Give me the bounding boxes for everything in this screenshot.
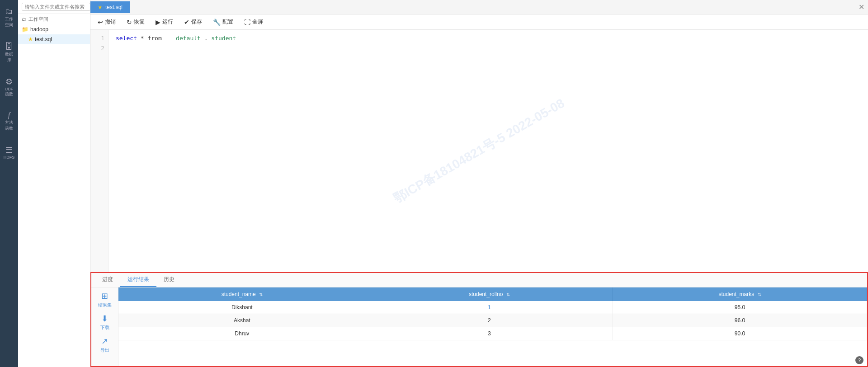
file-search-input[interactable] xyxy=(22,3,90,11)
col-student-marks[interactable]: student_marks ⇅ xyxy=(613,287,867,301)
main-content: ★ test.sql ✕ ↩ 撤销 ↻ 恢复 ▶ 运行 ✔ 保存 🔧 配置 ⛶ xyxy=(90,0,868,367)
workspace-icon-small: 🗂 xyxy=(22,17,27,22)
data-table-wrapper[interactable]: student_name ⇅ student_rollno ⇅ student_… xyxy=(118,287,867,366)
run-icon: ▶ xyxy=(156,19,160,26)
tab-history[interactable]: 历史 xyxy=(156,273,182,287)
fullscreen-icon: ⛶ xyxy=(244,19,250,26)
tab-run-result[interactable]: 运行结果 xyxy=(120,273,156,287)
sidebar-icons: 🗂 工作空间 🗄 数据库 ⚙ UDF函数 f 方法函数 ☰ HDFS xyxy=(0,0,18,367)
tab-close-area: ✕ xyxy=(130,3,868,11)
code-line-1: select * from default . student xyxy=(116,33,861,43)
export-icon: ↗ xyxy=(101,336,108,346)
table-name: student xyxy=(211,35,236,42)
schema-name: default xyxy=(176,35,201,42)
code-line-2 xyxy=(116,43,861,53)
table-body: Dikshant 1 95.0 Akshat 2 96.0 Dhruv 3 xyxy=(118,301,867,340)
udf-label: UDF函数 xyxy=(5,87,14,97)
undo-icon: ↩ xyxy=(98,19,103,26)
code-content[interactable]: select * from default . student xyxy=(108,30,868,272)
code-editor[interactable]: 1 2 select * from default . student 鄂ICP… xyxy=(90,30,868,272)
tab-star-icon: ★ xyxy=(98,4,103,10)
line-numbers: 1 2 xyxy=(90,30,108,272)
dot-operator: . xyxy=(204,35,208,42)
results-sidebar: ⊞ 结果集 ⬇ 下载 ↗ 导出 xyxy=(91,287,118,366)
config-button[interactable]: 🔧 配置 xyxy=(211,17,235,27)
save-button[interactable]: ✔ 保存 xyxy=(182,17,204,27)
results-set-button[interactable]: ⊞ 结果集 xyxy=(98,291,112,308)
tab-close-button[interactable]: ✕ xyxy=(859,3,864,11)
cell-marks-1: 95.0 xyxy=(613,301,867,314)
udf-icon: ⚙ xyxy=(5,78,13,86)
cell-marks-3: 90.0 xyxy=(613,327,867,340)
sidebar-item-workspace[interactable]: 🗂 工作空间 xyxy=(1,4,17,32)
file-tree-panel: 📄 ➕ 🔄 🗂 工作空间 📁 hadoop ★ test.sql xyxy=(18,0,90,367)
cell-marks-2: 96.0 xyxy=(613,314,867,327)
file-tree-header: 📄 ➕ 🔄 xyxy=(18,0,90,14)
results-tabs: 进度 运行结果 历史 xyxy=(91,273,867,287)
tab-label: test.sql xyxy=(105,4,123,10)
folder-icon: 📁 xyxy=(22,26,28,33)
run-button[interactable]: ▶ 运行 xyxy=(154,17,175,27)
workspace-section-label: 🗂 工作空间 xyxy=(18,14,90,24)
line-number-2: 2 xyxy=(90,43,108,53)
cell-rollno-2: 2 xyxy=(366,314,613,327)
col-student-name[interactable]: student_name ⇅ xyxy=(118,287,366,301)
database-label: 数据库 xyxy=(5,52,13,63)
save-icon: ✔ xyxy=(184,19,189,26)
star-operator: * xyxy=(141,35,148,42)
workspace-icon: 🗂 xyxy=(5,7,13,15)
table-header: student_name ⇅ student_rollno ⇅ student_… xyxy=(118,287,867,301)
results-panel: 进度 运行结果 历史 ⊞ 结果集 ⬇ 下载 ↗ 导出 xyxy=(90,272,868,367)
keyword-select: select xyxy=(116,35,137,42)
method-icon: f xyxy=(8,112,10,119)
code-space xyxy=(165,35,173,42)
cell-name-1: Dikshant xyxy=(118,301,366,314)
table-row: Dhruv 3 90.0 xyxy=(118,327,867,340)
sidebar-item-hdfs[interactable]: ☰ HDFS xyxy=(1,142,17,163)
download-label: 下载 xyxy=(100,325,109,331)
folder-hadoop[interactable]: 📁 hadoop xyxy=(18,24,90,34)
method-label: 方法函数 xyxy=(5,120,13,132)
cell-name-2: Akshat xyxy=(118,314,366,327)
star-icon: ★ xyxy=(28,36,33,42)
file-test-sql[interactable]: ★ test.sql xyxy=(18,34,90,44)
download-icon: ⬇ xyxy=(101,314,108,324)
sort-icon-rollno: ⇅ xyxy=(506,292,510,297)
results-table: student_name ⇅ student_rollno ⇅ student_… xyxy=(118,287,867,340)
toolbar: ↩ 撤销 ↻ 恢复 ▶ 运行 ✔ 保存 🔧 配置 ⛶ 全屏 xyxy=(90,14,868,30)
export-label: 导出 xyxy=(100,347,109,353)
database-icon: 🗄 xyxy=(5,42,13,51)
config-icon: 🔧 xyxy=(213,19,221,26)
cell-rollno-1[interactable]: 1 xyxy=(366,301,613,314)
hdfs-label: HDFS xyxy=(4,155,15,160)
tab-bar: ★ test.sql ✕ xyxy=(90,0,868,14)
sort-icon-name: ⇅ xyxy=(259,292,263,297)
redo-button[interactable]: ↻ 恢复 xyxy=(125,17,146,27)
sidebar-item-udf[interactable]: ⚙ UDF函数 xyxy=(1,74,17,101)
tab-progress[interactable]: 进度 xyxy=(95,273,120,287)
line-number-1: 1 xyxy=(90,33,108,43)
sidebar-item-database[interactable]: 🗄 数据库 xyxy=(1,39,17,67)
sidebar-item-method[interactable]: f 方法函数 xyxy=(1,108,17,135)
table-row: Dikshant 1 95.0 xyxy=(118,301,867,314)
results-set-icon: ⊞ xyxy=(101,291,108,301)
workspace-label: 工作空间 xyxy=(5,16,13,28)
results-body: ⊞ 结果集 ⬇ 下载 ↗ 导出 stu xyxy=(91,287,867,366)
cell-name-3: Dhruv xyxy=(118,327,366,340)
fullscreen-button[interactable]: ⛶ 全屏 xyxy=(242,17,265,27)
cell-rollno-3: 3 xyxy=(366,327,613,340)
export-button[interactable]: ↗ 导出 xyxy=(100,336,109,353)
help-button[interactable]: ? xyxy=(855,356,863,364)
undo-button[interactable]: ↩ 撤销 xyxy=(96,17,118,27)
hdfs-icon: ☰ xyxy=(5,146,13,154)
download-button[interactable]: ⬇ 下载 xyxy=(100,314,109,331)
table-row: Akshat 2 96.0 xyxy=(118,314,867,327)
keyword-from: from xyxy=(147,35,161,42)
col-student-rollno[interactable]: student_rollno ⇅ xyxy=(366,287,613,301)
sort-icon-marks: ⇅ xyxy=(758,292,761,297)
tab-test-sql[interactable]: ★ test.sql xyxy=(90,1,130,13)
results-set-label: 结果集 xyxy=(98,302,112,308)
redo-icon: ↻ xyxy=(127,19,132,26)
